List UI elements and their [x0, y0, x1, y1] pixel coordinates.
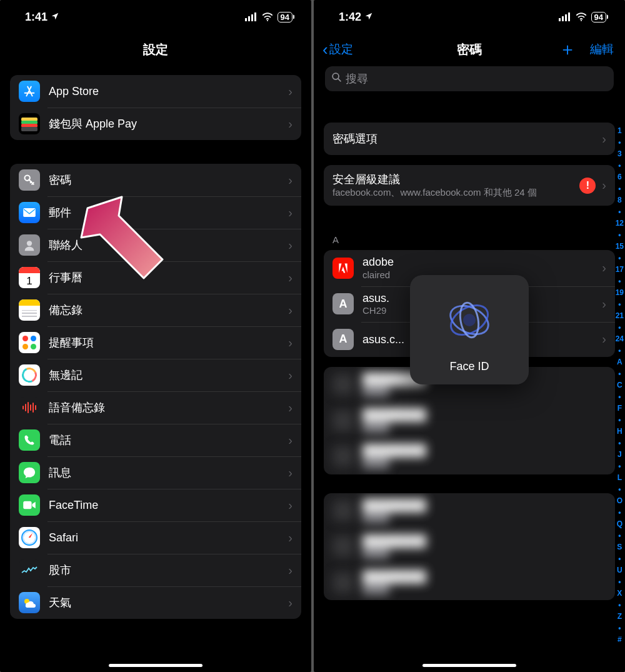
settings-group-store: App Store › 錢包與 Apple Pay ›: [10, 75, 301, 140]
index-item[interactable]: •: [618, 623, 621, 634]
row-mail[interactable]: 郵件 ›: [10, 196, 301, 229]
index-item[interactable]: 19: [616, 287, 624, 299]
index-item[interactable]: •: [618, 253, 621, 264]
add-button[interactable]: ＋: [559, 41, 576, 58]
cellular-icon: [245, 13, 258, 21]
index-item[interactable]: •: [618, 414, 621, 426]
row-calendar[interactable]: 1 行事曆 ›: [10, 261, 301, 294]
row-contacts[interactable]: 聯絡人 ›: [10, 229, 301, 261]
row-label: 行事曆: [49, 270, 282, 285]
index-item[interactable]: 21: [616, 310, 624, 322]
face-id-prompt: Face ID: [410, 275, 529, 384]
index-item[interactable]: 15: [616, 241, 624, 253]
chevron-right-icon: ›: [602, 261, 606, 275]
index-item[interactable]: •: [618, 438, 621, 449]
index-item[interactable]: •: [618, 484, 621, 496]
index-item[interactable]: L: [618, 472, 622, 484]
face-id-icon: [438, 289, 501, 351]
index-item[interactable]: •: [618, 576, 621, 588]
index-item[interactable]: F: [618, 403, 622, 414]
index-item[interactable]: #: [618, 634, 622, 646]
index-item[interactable]: 8: [618, 194, 622, 206]
index-item[interactable]: 3: [618, 148, 622, 160]
row-app-store[interactable]: App Store ›: [10, 75, 301, 108]
chevron-right-icon: ›: [288, 84, 292, 99]
svg-rect-2: [251, 14, 253, 21]
index-item[interactable]: O: [617, 495, 622, 507]
site-letter-icon: A: [332, 293, 354, 314]
wifi-icon: [261, 13, 274, 21]
row-notes[interactable]: 備忘錄 ›: [10, 294, 301, 326]
index-item[interactable]: •: [618, 461, 621, 473]
index-item[interactable]: •: [618, 183, 621, 195]
section-index[interactable]: 1•3•6•8•12•15•17•19•21•24•A•C•F•H•J•L•O•…: [616, 125, 624, 646]
index-item[interactable]: •: [618, 368, 621, 380]
index-item[interactable]: 24: [616, 333, 624, 345]
row-safari[interactable]: Safari ›: [10, 521, 301, 554]
row-messages[interactable]: 訊息 ›: [10, 456, 301, 489]
index-item[interactable]: •: [618, 553, 621, 565]
index-item[interactable]: •: [618, 322, 621, 334]
index-item[interactable]: A: [617, 356, 622, 368]
safari-icon: [19, 527, 40, 548]
index-item[interactable]: 17: [616, 264, 624, 276]
edit-button[interactable]: 編輯: [590, 41, 614, 58]
chevron-right-icon: ›: [288, 238, 292, 253]
chevron-left-icon: ‹: [322, 41, 328, 58]
row-freeform[interactable]: 無邊記 ›: [10, 359, 301, 391]
row-stocks[interactable]: 股市 ›: [10, 554, 301, 586]
cellular-icon: [559, 13, 571, 21]
index-item[interactable]: •: [618, 599, 621, 611]
chevron-right-icon: ›: [288, 563, 292, 578]
home-indicator[interactable]: [422, 664, 516, 667]
svg-rect-0: [245, 18, 247, 21]
svg-point-24: [463, 314, 476, 326]
index-item[interactable]: 1: [618, 125, 622, 137]
index-item[interactable]: U: [617, 564, 622, 576]
home-indicator[interactable]: [109, 664, 202, 667]
row-facetime[interactable]: FaceTime ›: [10, 489, 301, 521]
row-label: 天氣: [49, 595, 282, 610]
index-item[interactable]: •: [618, 530, 621, 542]
chevron-right-icon: ›: [602, 297, 606, 311]
index-item[interactable]: •: [618, 299, 621, 311]
index-item[interactable]: •: [618, 507, 621, 519]
settings-scroll[interactable]: App Store › 錢包與 Apple Pay › 密碼 ›: [0, 75, 311, 619]
index-item[interactable]: •: [618, 160, 621, 172]
nav-bar: 設定: [0, 34, 311, 65]
stocks-icon: [19, 559, 40, 581]
index-item[interactable]: X: [617, 588, 622, 599]
row-password-options[interactable]: 密碼選項 ›: [324, 123, 615, 155]
blurred-icon: [332, 536, 354, 557]
index-item[interactable]: Q: [617, 518, 622, 530]
index-item[interactable]: 6: [618, 171, 622, 183]
row-title: 安全層級建議: [332, 173, 574, 187]
index-item[interactable]: •: [618, 391, 621, 403]
row-label: 電話: [49, 433, 282, 448]
index-item[interactable]: C: [617, 379, 622, 391]
svg-rect-1: [248, 16, 250, 21]
row-voice-memos[interactable]: 語音備忘錄 ›: [10, 391, 301, 424]
index-item[interactable]: 12: [616, 218, 624, 229]
row-weather[interactable]: 天氣 ›: [10, 586, 301, 619]
row-wallet[interactable]: 錢包與 Apple Pay ›: [10, 108, 301, 140]
mail-icon: [19, 202, 40, 223]
search-input[interactable]: 搜尋: [325, 66, 614, 91]
back-button[interactable]: ‹ 設定: [322, 41, 353, 58]
row-security-recommendations[interactable]: 安全層級建議 facebook.com、www.facebook.com 和其他…: [324, 165, 615, 206]
account-row-blurred: ████████████: [324, 403, 615, 438]
row-passwords[interactable]: 密碼 ›: [10, 164, 301, 196]
index-item[interactable]: S: [617, 541, 622, 553]
status-time: 1:41: [25, 11, 48, 24]
index-item[interactable]: J: [618, 449, 622, 461]
index-item[interactable]: •: [618, 276, 621, 288]
row-phone[interactable]: 電話 ›: [10, 424, 301, 456]
index-item[interactable]: H: [617, 426, 622, 438]
index-item[interactable]: •: [618, 345, 621, 357]
index-item[interactable]: •: [618, 229, 621, 241]
svg-rect-18: [568, 13, 570, 21]
index-item[interactable]: Z: [618, 611, 622, 623]
index-item[interactable]: •: [618, 206, 621, 218]
row-reminders[interactable]: 提醒事項 ›: [10, 326, 301, 359]
index-item[interactable]: •: [618, 137, 621, 149]
